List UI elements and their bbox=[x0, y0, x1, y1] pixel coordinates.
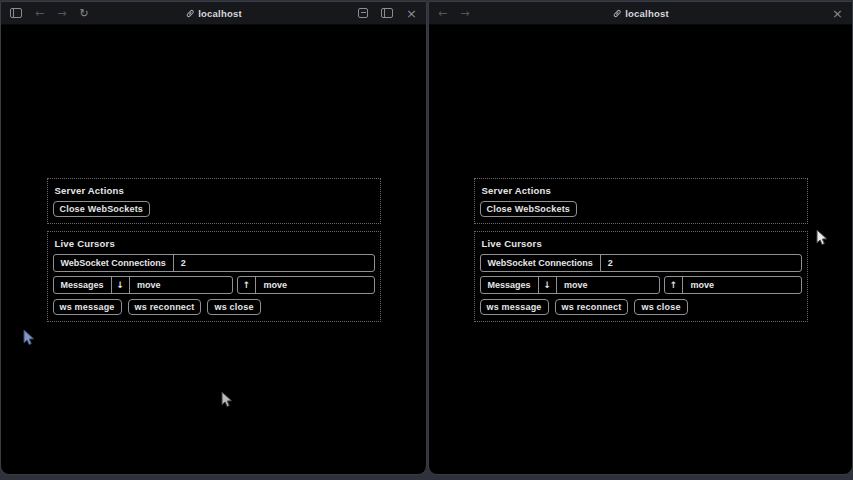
messages-row: Messages ↓ move ↑ move bbox=[480, 276, 802, 294]
ws-buttons-row: ws message ws reconnect ws close bbox=[480, 299, 802, 315]
reader-icon[interactable] bbox=[358, 8, 368, 18]
page-content: Server Actions Close WebSockets Live Cur… bbox=[1, 25, 426, 474]
close-icon[interactable]: × bbox=[832, 7, 843, 20]
ws-close-button[interactable]: ws close bbox=[634, 299, 687, 315]
ws-message-button[interactable]: ws message bbox=[53, 299, 122, 315]
forward-icon[interactable]: → bbox=[460, 8, 469, 19]
forward-icon[interactable]: → bbox=[57, 8, 66, 19]
last-received-message: move bbox=[683, 277, 800, 293]
messages-received-group: ↑ move bbox=[664, 276, 802, 294]
sidebar-icon[interactable] bbox=[10, 8, 22, 18]
titlebar-right-controls: × bbox=[832, 7, 843, 20]
url-text: localhost bbox=[625, 8, 669, 19]
window-titlebar[interactable]: ← → localhost × bbox=[429, 2, 852, 25]
connections-value: 2 bbox=[174, 255, 374, 271]
messages-sent-group: Messages ↓ move bbox=[480, 276, 660, 294]
messages-received-group: ↑ move bbox=[237, 276, 375, 294]
link-icon bbox=[185, 9, 194, 18]
titlebar-left-controls: ← → bbox=[438, 8, 469, 19]
live-cursors-section: Live Cursors WebSocket Connections 2 Mes… bbox=[474, 231, 808, 322]
close-websockets-button[interactable]: Close WebSockets bbox=[53, 201, 151, 217]
messages-row: Messages ↓ move ↑ move bbox=[53, 276, 375, 294]
connections-label: WebSocket Connections bbox=[481, 255, 601, 271]
tab-overview-icon[interactable] bbox=[381, 8, 393, 18]
connections-value: 2 bbox=[601, 255, 801, 271]
back-icon[interactable]: ← bbox=[35, 8, 44, 19]
url-text: localhost bbox=[198, 8, 242, 19]
websocket-connections-row: WebSocket Connections 2 bbox=[53, 254, 375, 272]
section-title: Live Cursors bbox=[482, 238, 802, 249]
ws-message-button[interactable]: ws message bbox=[480, 299, 549, 315]
window-titlebar[interactable]: ← → ↻ localhost × bbox=[1, 2, 426, 25]
url-title[interactable]: localhost bbox=[185, 2, 242, 24]
live-cursors-section: Live Cursors WebSocket Connections 2 Mes… bbox=[47, 231, 381, 322]
titlebar-right-controls: × bbox=[358, 7, 417, 20]
arrow-down-icon: ↓ bbox=[539, 277, 558, 293]
section-title: Live Cursors bbox=[55, 238, 375, 249]
websocket-connections-row: WebSocket Connections 2 bbox=[480, 254, 802, 272]
server-actions-section: Server Actions Close WebSockets bbox=[474, 178, 808, 224]
browser-window-right: ← → localhost × Server Actions Close Web… bbox=[429, 2, 852, 474]
ws-buttons-row: ws message ws reconnect ws close bbox=[53, 299, 375, 315]
arrow-down-icon: ↓ bbox=[112, 277, 131, 293]
last-sent-message: move bbox=[557, 277, 659, 293]
last-sent-message: move bbox=[130, 277, 232, 293]
page-content: Server Actions Close WebSockets Live Cur… bbox=[429, 25, 852, 474]
back-icon[interactable]: ← bbox=[438, 8, 447, 19]
reload-icon[interactable]: ↻ bbox=[79, 8, 88, 19]
link-icon bbox=[612, 9, 621, 18]
close-icon[interactable]: × bbox=[406, 7, 417, 20]
server-actions-section: Server Actions Close WebSockets bbox=[47, 178, 381, 224]
browser-window-left: ← → ↻ localhost × Server Actio bbox=[1, 2, 426, 474]
close-websockets-button[interactable]: Close WebSockets bbox=[480, 201, 578, 217]
ws-reconnect-button[interactable]: ws reconnect bbox=[128, 299, 202, 315]
ws-reconnect-button[interactable]: ws reconnect bbox=[555, 299, 629, 315]
last-received-message: move bbox=[256, 277, 373, 293]
section-title: Server Actions bbox=[55, 185, 375, 196]
ws-close-button[interactable]: ws close bbox=[207, 299, 260, 315]
arrow-up-icon: ↑ bbox=[238, 277, 257, 293]
messages-label: Messages bbox=[481, 277, 539, 293]
messages-sent-group: Messages ↓ move bbox=[53, 276, 233, 294]
section-title: Server Actions bbox=[482, 185, 802, 196]
messages-label: Messages bbox=[54, 277, 112, 293]
connections-label: WebSocket Connections bbox=[54, 255, 174, 271]
titlebar-left-controls: ← → ↻ bbox=[10, 8, 89, 19]
url-title[interactable]: localhost bbox=[612, 2, 669, 24]
arrow-up-icon: ↑ bbox=[665, 277, 684, 293]
